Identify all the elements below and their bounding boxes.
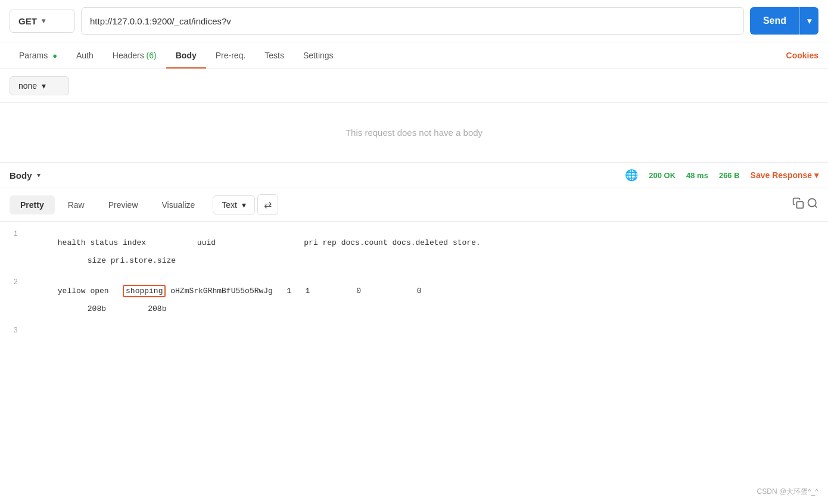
view-tab-raw[interactable]: Raw — [57, 195, 95, 214]
save-response-label: Save Response — [751, 170, 813, 180]
line2-yellow-open: yellow open — [58, 287, 123, 295]
save-response-button[interactable]: Save Response ▾ — [751, 170, 818, 180]
headers-count: (6) — [147, 51, 157, 60]
auth-label: Auth — [76, 51, 94, 60]
send-label: Send — [750, 15, 799, 26]
method-select[interactable]: GET ▾ — [10, 10, 75, 33]
headers-label: Headers — [113, 51, 147, 60]
response-header: Body ▾ 🌐 200 OK 48 ms 266 B Save Respons… — [0, 163, 828, 188]
svg-point-1 — [808, 199, 816, 207]
tab-tests[interactable]: Tests — [255, 42, 294, 69]
send-chevron-icon: ▾ — [799, 7, 818, 35]
status-badge: 200 OK — [649, 171, 676, 180]
code-line-2: 2 yellow open shopping oHZmSrkGRhmBfU55o… — [0, 276, 828, 324]
prereq-label: Pre-req. — [216, 51, 246, 60]
settings-label: Settings — [303, 51, 334, 60]
watermark-text: CSDN @大环蛋^_^ — [757, 487, 818, 496]
view-tab-visualize[interactable]: Visualize — [151, 195, 206, 214]
line-content-2: yellow open shopping oHZmSrkGRhmBfU55o5R… — [30, 278, 828, 322]
code-line-1: 1 health status index uuid pri rep docs.… — [0, 228, 828, 276]
top-bar: GET ▾ Send ▾ — [0, 0, 828, 42]
wrap-icon: ⇄ — [264, 200, 272, 210]
watermark: CSDN @大环蛋^_^ — [757, 487, 818, 497]
view-tab-pretty[interactable]: Pretty — [10, 195, 55, 214]
svg-rect-0 — [797, 202, 804, 209]
response-body-chevron-icon[interactable]: ▾ — [37, 171, 41, 179]
params-label: Params — [19, 51, 48, 60]
response-body-label: Body — [10, 170, 32, 181]
body-type-select[interactable]: none ▾ — [10, 76, 69, 95]
body-type-chevron-icon: ▾ — [42, 81, 46, 91]
view-tab-preview[interactable]: Preview — [98, 195, 149, 214]
line2-sizes: 208b 208b — [58, 304, 167, 313]
line2-shopping-highlight: shopping — [123, 285, 166, 297]
url-input[interactable] — [81, 7, 744, 35]
tests-label: Tests — [264, 51, 284, 60]
save-response-chevron-icon: ▾ — [814, 170, 818, 180]
format-select[interactable]: Text ▾ — [213, 195, 255, 214]
tab-body[interactable]: Body — [166, 42, 206, 69]
raw-label: Raw — [68, 200, 85, 210]
tab-auth[interactable]: Auth — [67, 42, 103, 69]
line1-part1: health status index uuid pri rep docs.co… — [58, 238, 481, 247]
body-type-row: none ▾ — [0, 69, 828, 103]
wrap-button[interactable]: ⇄ — [257, 194, 278, 215]
tab-settings[interactable]: Settings — [294, 42, 343, 69]
body-label: Body — [176, 51, 197, 60]
visualize-label: Visualize — [162, 200, 195, 210]
tab-headers[interactable]: Headers (6) — [103, 42, 166, 69]
response-meta: 🌐 200 OK 48 ms 266 B Save Response ▾ — [625, 169, 818, 182]
line1-part2: size pri.store.size — [58, 256, 176, 265]
globe-icon[interactable]: 🌐 — [625, 169, 638, 182]
cookies-link[interactable]: Cookies — [786, 51, 818, 60]
params-badge: ● — [52, 51, 57, 60]
line-content-1: health status index uuid pri rep docs.co… — [30, 229, 828, 274]
method-chevron-icon: ▾ — [42, 17, 45, 25]
search-button[interactable] — [807, 197, 818, 212]
tab-prereq[interactable]: Pre-req. — [206, 42, 256, 69]
method-label: GET — [18, 16, 37, 26]
line-num-2: 2 — [0, 278, 30, 287]
request-tabs: Params ● Auth Headers (6) Body Pre-req. … — [0, 42, 828, 69]
code-line-3: 3 — [0, 324, 828, 337]
line2-rest: oHZmSrkGRhmBfU55o5RwJg 1 1 0 0 — [166, 287, 444, 295]
response-time: 48 ms — [686, 171, 708, 180]
no-body-message: This request does not have a body — [345, 127, 483, 138]
send-button[interactable]: Send ▾ — [750, 7, 818, 35]
response-view-tabs: Pretty Raw Preview Visualize Text ▾ ⇄ — [0, 188, 828, 222]
preview-label: Preview — [108, 200, 138, 210]
svg-line-2 — [815, 206, 817, 208]
tab-params[interactable]: Params ● — [10, 42, 67, 69]
no-body-area: This request does not have a body — [0, 103, 828, 163]
line-num-1: 1 — [0, 229, 30, 238]
code-area: 1 health status index uuid pri rep docs.… — [0, 222, 828, 343]
copy-button[interactable] — [792, 197, 804, 212]
pretty-label: Pretty — [20, 200, 44, 210]
format-chevron-icon: ▾ — [242, 200, 246, 210]
response-size: 266 B — [719, 171, 740, 180]
format-label: Text — [222, 200, 237, 210]
line-num-3: 3 — [0, 326, 30, 335]
body-type-label: none — [18, 81, 37, 91]
